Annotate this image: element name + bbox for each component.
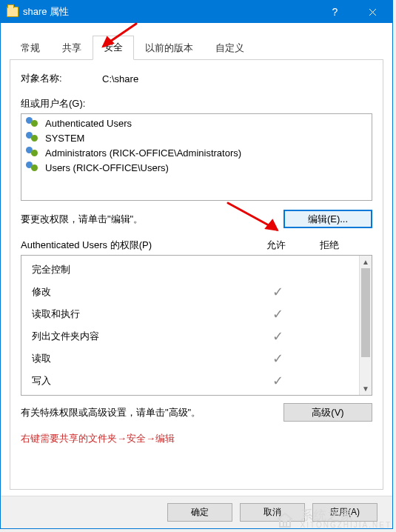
permissions-for-label: Authenticated Users 的权限(P) [21,239,249,252]
scroll-up-button[interactable]: ▲ [360,256,372,268]
group-item[interactable]: Users (RICK-OFFICE\Users) [24,160,369,175]
tab-0[interactable]: 常规 [10,36,51,60]
group-item-label: Authenticated Users [45,118,132,129]
allow-check-icon: ✓ [251,328,304,345]
help-button[interactable]: ? [318,1,352,23]
permission-name: 写入 [32,374,251,388]
edit-permissions-row: 要更改权限，请单击"编辑"。 编辑(E)... [21,210,372,228]
scroll-track[interactable] [360,268,372,382]
titlebar[interactable]: share 属性 ? [1,1,392,23]
scroll-thumb[interactable] [361,268,370,357]
allow-check-icon: ✓ [251,306,304,322]
edit-hint-text: 要更改权限，请单击"编辑"。 [21,213,143,226]
group-list-label: 组或用户名(G): [21,97,372,110]
scroll-down-button[interactable]: ▼ [360,382,372,395]
permission-name: 列出文件夹内容 [32,330,251,343]
users-icon [26,162,41,173]
object-name-value: C:\share [102,73,138,84]
advanced-hint-text: 有关特殊权限或高级设置，请单击"高级"。 [21,406,201,419]
group-item[interactable]: Authenticated Users [24,116,369,130]
permissions-scroll: 完全控制修改✓读取和执行✓列出文件夹内容✓读取✓写入✓ [21,256,359,395]
tab-strip: 常规共享安全以前的版本自定义 [10,35,383,60]
permissions-listbox[interactable]: 完全控制修改✓读取和执行✓列出文件夹内容✓读取✓写入✓ ▲ ▼ [21,255,372,396]
properties-dialog: share 属性 ? 常规共享安全以前的版本自定义 对象名称: C:\share… [0,0,393,529]
help-icon: ? [332,6,338,18]
permission-row: 修改✓ [21,281,359,303]
users-icon [26,117,41,129]
advanced-row: 有关特殊权限或高级设置，请单击"高级"。 高级(V) [21,403,372,422]
tab-3[interactable]: 以前的版本 [134,36,204,60]
permission-name: 完全控制 [32,263,251,276]
allow-check-icon: ✓ [251,284,304,300]
tab-2[interactable]: 安全 [93,36,134,60]
deny-column-header: 拒绝 [303,239,356,252]
group-item[interactable]: Administrators (RICK-OFFICE\Administrato… [24,145,369,160]
permission-name: 读取和执行 [32,307,251,321]
group-item-label: Users (RICK-OFFICE\Users) [45,162,169,173]
permissions-header: Authenticated Users 的权限(P) 允许 拒绝 [21,239,372,255]
users-icon [26,147,41,159]
permission-row: 写入✓ [21,370,359,392]
group-item-label: Administrators (RICK-OFFICE\Administrato… [45,147,241,159]
window-title: share 属性 [23,5,314,19]
permission-row: 读取和执行✓ [21,303,359,325]
client-area: 常规共享安全以前的版本自定义 对象名称: C:\share 组或用户名(G): … [1,23,392,496]
tab-4[interactable]: 自定义 [204,36,255,60]
advanced-button[interactable]: 高级(V) [283,403,372,422]
close-button[interactable] [356,1,389,23]
permission-name: 修改 [32,285,251,299]
permission-row: 列出文件夹内容✓ [21,325,359,348]
permission-name: 读取 [32,352,251,365]
cancel-button[interactable]: 取消 [240,503,305,522]
group-item[interactable]: SYSTEM [24,130,369,145]
apply-button[interactable]: 应用(A) [312,503,377,522]
permission-row: 读取✓ [21,348,359,370]
tutorial-note: 右键需要共享的文件夹→安全→编辑 [21,432,372,445]
allow-column-header: 允许 [249,239,303,252]
ok-button[interactable]: 确定 [167,503,232,522]
users-icon [26,132,41,144]
dialog-button-bar: 确定 取消 应用(A) [1,496,392,528]
group-listbox[interactable]: Authenticated UsersSYSTEMAdministrators … [21,113,372,201]
tab-1[interactable]: 共享 [51,36,93,60]
edit-button[interactable]: 编辑(E)... [283,210,372,228]
object-name-row: 对象名称: C:\share [21,72,372,85]
allow-check-icon: ✓ [251,350,304,367]
close-icon [369,8,377,16]
group-item-label: SYSTEM [45,133,84,144]
allow-check-icon: ✓ [251,373,304,389]
folder-icon [7,7,19,17]
tab-security-content: 对象名称: C:\share 组或用户名(G): Authenticated U… [10,60,383,490]
object-name-label: 对象名称: [21,72,102,85]
permission-row: 完全控制 [21,259,359,281]
scrollbar[interactable]: ▲ ▼ [359,256,372,395]
